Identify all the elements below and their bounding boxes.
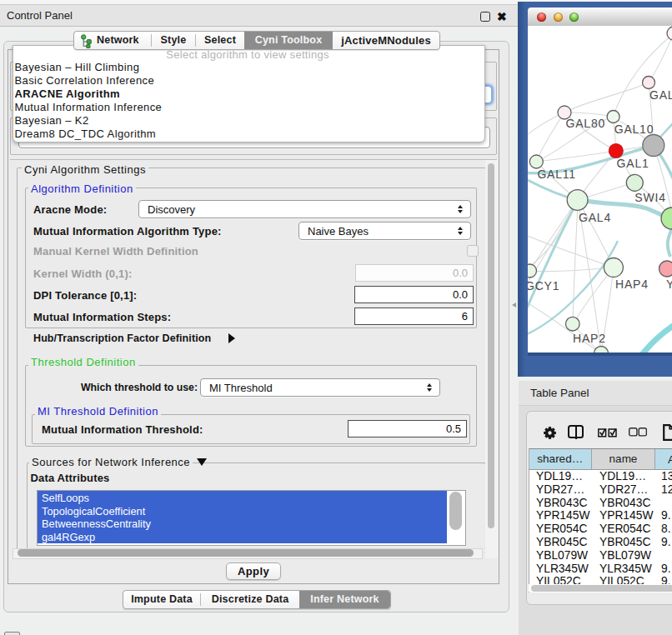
svg-text:YJ: YJ [666,278,672,291]
svg-text:GAL10: GAL10 [614,122,654,136]
svg-text:GAL4: GAL4 [579,211,611,224]
svg-text:GAL11: GAL11 [537,168,576,181]
svg-text:GAL1: GAL1 [617,157,649,170]
svg-text:GCY1: GCY1 [528,279,559,292]
svg-text:HAP4: HAP4 [615,278,649,291]
svg-text:GAL80: GAL80 [566,117,606,130]
svg-text:SWI4: SWI4 [634,191,665,204]
svg-text:GAL7: GAL7 [649,88,672,102]
svg-text:HAP2: HAP2 [573,332,606,345]
